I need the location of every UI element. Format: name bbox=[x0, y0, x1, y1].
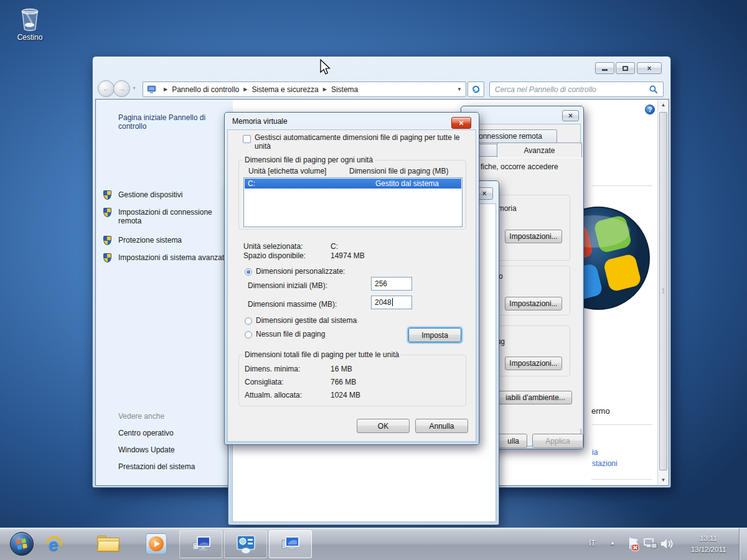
breadcrumb-system[interactable]: Sistema bbox=[331, 85, 358, 94]
sidebar-item-windows-update[interactable]: Windows Update bbox=[118, 446, 175, 454]
paging-group-label: Dimensioni file di paging per ogni unità bbox=[243, 156, 375, 164]
desktop: { "desktop": { "recycle_bin_label": "Ces… bbox=[0, 0, 747, 560]
startup-settings-button[interactable]: Impostazioni... bbox=[505, 357, 562, 370]
internet-explorer-button[interactable]: e bbox=[44, 533, 66, 556]
sidebar-item-performance[interactable]: Prestazioni del sistema bbox=[118, 462, 195, 471]
scroll-thumb[interactable] bbox=[659, 112, 667, 470]
media-player-button[interactable] bbox=[146, 533, 168, 556]
tab-advanced[interactable]: Avanzate bbox=[497, 142, 582, 158]
windows-explorer-button[interactable] bbox=[97, 534, 122, 554]
drive-listbox[interactable]: C: Gestito dal sistema bbox=[243, 177, 463, 227]
no-paging-label[interactable]: Nessun file di paging bbox=[256, 330, 325, 338]
volume-icon[interactable] bbox=[660, 538, 674, 550]
max-size-input[interactable]: 2048 bbox=[371, 296, 412, 309]
auto-manage-checkbox[interactable] bbox=[243, 135, 251, 143]
address-dropdown-icon[interactable]: ▼ bbox=[457, 86, 462, 92]
search-icon[interactable] bbox=[649, 85, 658, 94]
search-box[interactable]: Cerca nel Pannello di controllo bbox=[489, 82, 664, 97]
drive-row-selected[interactable]: C: Gestito dal sistema bbox=[245, 179, 461, 189]
virtual-memory-dialog: Memoria virtuale × Gestisci automaticame… bbox=[224, 112, 479, 445]
sidebar-item-device-manager[interactable]: Gestione dispositivi bbox=[118, 190, 232, 199]
content-text-fragment: ermo bbox=[591, 406, 610, 416]
uac-shield-icon bbox=[103, 253, 111, 263]
initial-size-input[interactable]: 256 bbox=[371, 277, 412, 291]
help-button[interactable]: ? bbox=[645, 105, 655, 114]
close-icon: × bbox=[647, 64, 651, 73]
system-managed-label[interactable]: Dimensioni gestite dal sistema bbox=[256, 316, 357, 325]
taskbar-window-devices[interactable] bbox=[179, 530, 222, 558]
recommended-value: 766 MB bbox=[331, 378, 356, 386]
mouse-cursor bbox=[319, 59, 331, 77]
uac-shield-icon bbox=[103, 236, 111, 245]
close-button[interactable]: × bbox=[562, 110, 579, 121]
start-button[interactable] bbox=[10, 532, 34, 556]
close-button[interactable]: × bbox=[451, 117, 471, 129]
max-size-value: 2048 bbox=[375, 298, 392, 307]
apply-button[interactable]: Applica bbox=[532, 434, 583, 448]
refresh-icon bbox=[471, 85, 481, 94]
back-button[interactable]: ← bbox=[98, 80, 115, 97]
taskbar-window-system[interactable] bbox=[269, 530, 312, 558]
help-icon: ? bbox=[648, 106, 652, 113]
folder-icon bbox=[97, 536, 120, 552]
control-panel-icon bbox=[235, 534, 256, 554]
content-divider bbox=[591, 479, 652, 480]
no-paging-radio[interactable] bbox=[245, 331, 252, 338]
ok-button[interactable]: OK bbox=[357, 419, 410, 433]
minimize-button[interactable] bbox=[595, 62, 614, 74]
sidebar-item-system-protection[interactable]: Protezione sistema bbox=[118, 236, 232, 245]
scroll-down-button[interactable]: ▼ bbox=[658, 475, 669, 485]
close-icon: × bbox=[459, 119, 464, 127]
language-indicator[interactable]: IT bbox=[589, 539, 596, 548]
min-size-label: Dimens. minima: bbox=[245, 365, 300, 373]
show-desktop-button[interactable] bbox=[739, 528, 747, 560]
tray-expand-button[interactable]: ▲ bbox=[610, 540, 615, 546]
custom-size-radio[interactable] bbox=[245, 268, 252, 276]
scroll-up-button[interactable]: ▲ bbox=[658, 100, 669, 110]
clock[interactable]: 13:11 13/12/2011 bbox=[680, 533, 737, 555]
refresh-button[interactable] bbox=[467, 82, 484, 97]
content-link-fragment-2[interactable]: stazioni bbox=[592, 459, 618, 468]
profiles-settings-button[interactable]: Impostazioni... bbox=[505, 297, 562, 310]
set-button[interactable]: Imposta bbox=[408, 328, 461, 342]
vertical-scrollbar[interactable]: ▲ ▼ bbox=[657, 100, 669, 485]
maximize-button[interactable] bbox=[616, 62, 635, 74]
breadcrumb-control-panel[interactable]: Pannello di controllo bbox=[172, 85, 239, 94]
allocated-label: Attualm. allocata: bbox=[245, 391, 302, 399]
sidebar-item-remote-settings[interactable]: Impostazioni di connessione remota bbox=[118, 208, 232, 225]
allocated-value: 1024 MB bbox=[331, 391, 360, 399]
minimize-icon bbox=[602, 69, 608, 71]
content-divider bbox=[591, 424, 652, 425]
content-link-fragment-1[interactable]: ia bbox=[592, 448, 598, 457]
action-center-icon[interactable] bbox=[626, 536, 640, 551]
sidebar-item-advanced-settings[interactable]: Impostazioni di sistema avanzate bbox=[118, 253, 232, 262]
breadcrumb-system-security[interactable]: Sistema e sicurezza bbox=[251, 85, 318, 94]
forward-button[interactable]: → bbox=[113, 80, 130, 97]
breadcrumb-arrow-icon: ▶ bbox=[243, 86, 247, 92]
taskbar-window-control-panel[interactable] bbox=[224, 530, 267, 558]
admin-note-fragment: fiche, occorre accedere bbox=[481, 162, 558, 171]
maximize-icon bbox=[622, 66, 628, 71]
custom-size-label[interactable]: Dimensioni personalizzate: bbox=[256, 267, 345, 276]
column-header-size: Dimensioni file di paging (MB) bbox=[349, 167, 448, 175]
breadcrumb-arrow-icon: ▶ bbox=[323, 86, 327, 92]
address-bar[interactable]: ▶ Pannello di controllo ▶ Sistema e sicu… bbox=[143, 82, 466, 97]
min-size-value: 16 MB bbox=[331, 365, 352, 373]
auto-manage-label[interactable]: Gestisci automaticamente dimensioni file… bbox=[255, 133, 461, 151]
close-icon: × bbox=[568, 111, 573, 120]
breadcrumb-arrow-icon: ▶ bbox=[164, 86, 167, 92]
close-button[interactable]: × bbox=[637, 62, 662, 74]
network-icon[interactable] bbox=[644, 538, 657, 550]
sidebar-item-home[interactable]: Pagina iniziale Pannello di controllo bbox=[118, 113, 229, 131]
performance-settings-button[interactable]: Impostazioni... bbox=[505, 230, 562, 243]
recent-pages-chevron[interactable]: ▼ bbox=[132, 86, 136, 90]
environment-variables-button[interactable]: iabili d'ambiente... bbox=[499, 391, 572, 404]
media-player-icon bbox=[146, 533, 167, 554]
recycle-bin[interactable]: Cestino bbox=[7, 5, 52, 42]
system-managed-radio[interactable] bbox=[245, 317, 252, 325]
sidebar-item-action-center[interactable]: Centro operativo bbox=[118, 429, 174, 437]
column-header-drive: Unità [etichetta volume] bbox=[248, 167, 326, 175]
sidebar: Pagina iniziale Pannello di controllo Ge… bbox=[96, 100, 233, 485]
close-icon: × bbox=[482, 189, 486, 198]
cancel-button[interactable]: Annulla bbox=[415, 419, 468, 433]
